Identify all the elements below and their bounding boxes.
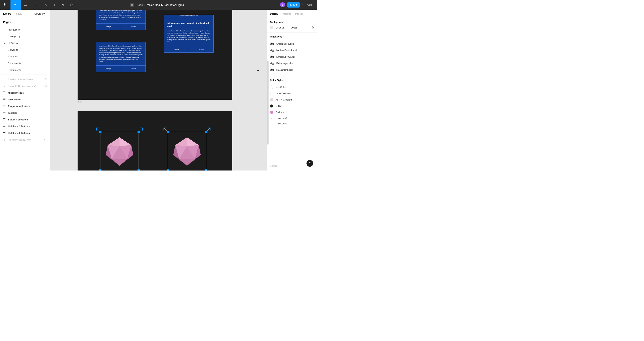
bg-opacity[interactable]: 100% [291, 26, 297, 29]
present-button[interactable] [302, 3, 305, 7]
text-style-item[interactable]: AgHL1ButtonLabel [270, 66, 314, 73]
dialog-card[interactable]: Lorem ipsum dolor sit amet, consectetuer… [96, 10, 146, 30]
visibility-icon[interactable] [44, 78, 47, 81]
move-tool[interactable]: ▾ [10, 0, 21, 10]
accept-button[interactable]: Accept [164, 46, 189, 52]
hand-tool[interactable] [59, 0, 67, 10]
layer-item[interactable]: Button Collections [0, 116, 50, 123]
page-item[interactable]: Experiments [0, 67, 50, 73]
visibility-icon[interactable] [44, 138, 47, 141]
frame-bounding-boxes[interactable] [78, 111, 232, 170]
comment-tool[interactable] [67, 0, 76, 10]
share-button[interactable]: Share [287, 2, 300, 7]
color-style-item[interactable]: UIBkg [270, 103, 314, 109]
add-page-button[interactable]: + [45, 20, 47, 24]
zoom-control[interactable]: 42%▾ [307, 3, 314, 6]
layer-label: Button Collections [8, 118, 28, 121]
text-style-item[interactable]: AgLargeButtonLabel [270, 53, 314, 60]
color-style-item[interactable]: MRTK Gradient [270, 97, 314, 103]
tab-layers[interactable]: Layers [3, 12, 11, 15]
comment-icon [70, 3, 73, 6]
color-group-item[interactable]: ▸HoloLens1 [270, 121, 314, 126]
style-label: MRTK Gradient [276, 98, 292, 101]
layer-label: HoloLens 2 Buttons [8, 132, 30, 134]
text-style-item[interactable]: AgMediumButtonLabel [270, 47, 314, 53]
color-style-item[interactable]: IconColor [270, 84, 314, 90]
visibility-toggle-icon[interactable] [311, 26, 314, 29]
layer-label: Progress Indicators [8, 105, 30, 107]
page-item[interactable]: Introduction [0, 26, 50, 33]
svg-rect-14 [3, 112, 6, 112]
style-label: LargeButtonLabel [276, 55, 294, 58]
layer-item[interactable]: ToolTips [0, 110, 50, 116]
layer-label: Miscellaneous [8, 91, 24, 94]
chevron-down-icon[interactable]: ▾ [186, 4, 187, 6]
svg-rect-7 [3, 91, 6, 92]
style-label: ExtraLargeLabel [276, 62, 293, 64]
frame-dialogs[interactable]: Lorem ipsum dolor sit amet, consectetuer… [78, 10, 232, 100]
text-tool[interactable] [50, 0, 59, 10]
file-title[interactable]: Mixed Reality Toolkit for Figma [147, 3, 184, 6]
layer-label: HologramResizeGlyph [8, 138, 31, 141]
top-toolbar: ▾ ▾ ▾ ▾ Drafts / Mixed [0, 0, 317, 10]
accept-button[interactable]: Accept [96, 65, 121, 72]
page-item[interactable]: Examples [0, 53, 50, 60]
svg-marker-37 [120, 137, 131, 146]
layer-item[interactable]: #PressableButtonHoloLens2_... [0, 83, 50, 89]
file-type-icon [130, 3, 134, 7]
layer-item[interactable]: Miscellaneous [0, 89, 50, 96]
shape-tool[interactable]: ▾ [32, 0, 42, 10]
bg-hex[interactable]: E5E5E5 [276, 26, 284, 29]
svg-rect-19 [3, 118, 6, 119]
frame-icon [3, 98, 6, 101]
tab-design[interactable]: Design [270, 12, 278, 15]
help-button[interactable]: ? [306, 160, 313, 167]
bg-swatch[interactable] [270, 26, 273, 29]
layer-item[interactable]: Near Menus [0, 96, 50, 103]
avatar[interactable]: Y [280, 2, 285, 7]
dialog-card-titled[interactable]: Connect to the cloud service Let's conne… [164, 15, 214, 52]
layer-item[interactable]: Progress Indicators [0, 103, 50, 110]
layer-item[interactable]: HoloLens 1 Buttons [0, 123, 50, 130]
text-style-item[interactable]: AgExtraLargeLabel [270, 60, 314, 66]
text-style-item[interactable]: AgSmallButtonLabel [270, 40, 314, 47]
scrollbar[interactable] [267, 61, 268, 145]
page-item[interactable]: UI Gallery [0, 40, 50, 46]
visibility-icon[interactable] [44, 85, 47, 87]
page-selector[interactable]: UI Gallery ⌃ [34, 12, 47, 15]
accept-button[interactable]: Accept [96, 24, 121, 30]
svg-marker-52 [187, 137, 199, 146]
decline-button[interactable]: Decline [189, 46, 214, 52]
tab-prototype[interactable]: Prototype [282, 12, 292, 15]
layer-label: HoloLens 1 Buttons [8, 125, 30, 128]
canvas[interactable]: Lorem ipsum dolor sit amet, consectetuer… [50, 10, 267, 170]
layer-item[interactable]: HoloLens 2 Buttons [0, 130, 50, 136]
svg-rect-3 [131, 5, 132, 6]
color-style-item[interactable]: Callouts [270, 109, 314, 115]
decline-button[interactable]: Decline [121, 24, 146, 30]
style-label: SmallButtonLabel [276, 42, 294, 45]
dialog-card[interactable]: Lorem ipsum dolor sit amet, consectetuer… [96, 42, 146, 72]
tab-assets[interactable]: Assets [15, 12, 22, 15]
layer-item[interactable]: THologramResizeGlyph [0, 136, 50, 143]
svg-rect-18 [3, 120, 6, 120]
ag-icon: Ag [270, 48, 274, 52]
decline-button[interactable]: Decline [121, 65, 146, 72]
figma-menu[interactable]: ▾ [0, 0, 10, 10]
ag-icon: Ag [270, 42, 274, 45]
frame-tool[interactable]: ▾ [21, 0, 32, 10]
page-item[interactable]: Change Log [0, 33, 50, 40]
layer-item[interactable]: #SlatePlaceholderContent [0, 76, 50, 83]
breadcrumb-drafts[interactable]: Drafts [136, 3, 143, 6]
page-item[interactable]: Components [0, 60, 50, 67]
hash-icon: # [3, 78, 6, 81]
tab-inspect[interactable]: Inspect [295, 12, 302, 15]
bounding-box[interactable] [96, 128, 142, 170]
color-group-item[interactable]: ▸HoloLens 2 [270, 115, 314, 121]
page-item[interactable]: Viewports [0, 46, 50, 53]
pen-tool[interactable] [42, 0, 50, 10]
color-style-item[interactable]: LabelTextColor [270, 90, 314, 97]
bounding-box[interactable] [164, 128, 210, 170]
frame-label[interactable]: Dialog [78, 101, 82, 103]
group-label: HoloLens 2 [276, 117, 288, 119]
